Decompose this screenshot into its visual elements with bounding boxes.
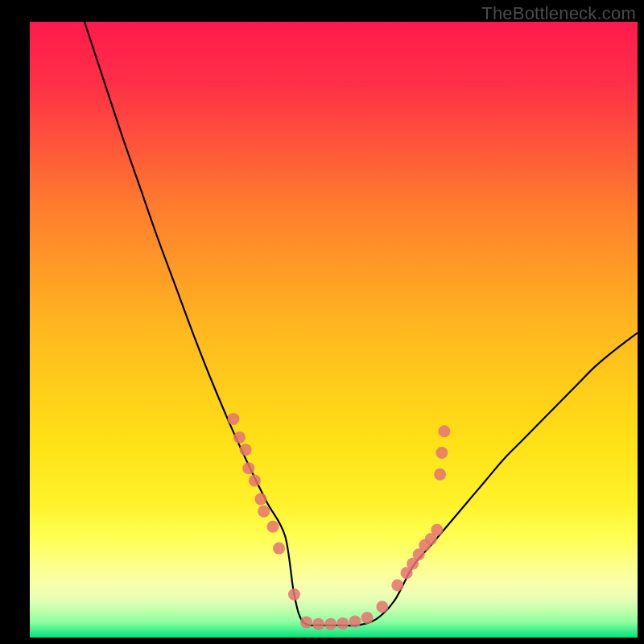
chart-dot [431, 524, 443, 536]
chart-dot [434, 469, 446, 481]
chart-dot [254, 493, 266, 505]
chart-dot [233, 431, 246, 444]
chart-dot [227, 413, 239, 425]
chart-dot [324, 618, 336, 630]
chart-dot [300, 616, 312, 628]
chart-dot [288, 588, 300, 601]
chart-dot [436, 447, 448, 459]
chart-dot [242, 462, 254, 474]
chart-dot [273, 543, 285, 555]
chart-dot [312, 618, 324, 630]
bottleneck-chart: TheBottleneck.com [0, 0, 644, 644]
chart-svg [0, 0, 644, 644]
chart-dot [361, 612, 374, 624]
chart-dot [336, 617, 349, 630]
chart-dot [249, 474, 261, 486]
chart-gradient-area [30, 22, 638, 638]
chart-dot [267, 521, 279, 533]
chart-dot [258, 506, 270, 518]
chart-dot [391, 579, 403, 591]
watermark-text: TheBottleneck.com [481, 3, 636, 24]
chart-dot [240, 444, 252, 456]
chart-dot [349, 616, 361, 628]
chart-dot [438, 425, 450, 437]
chart-dot [376, 601, 388, 613]
